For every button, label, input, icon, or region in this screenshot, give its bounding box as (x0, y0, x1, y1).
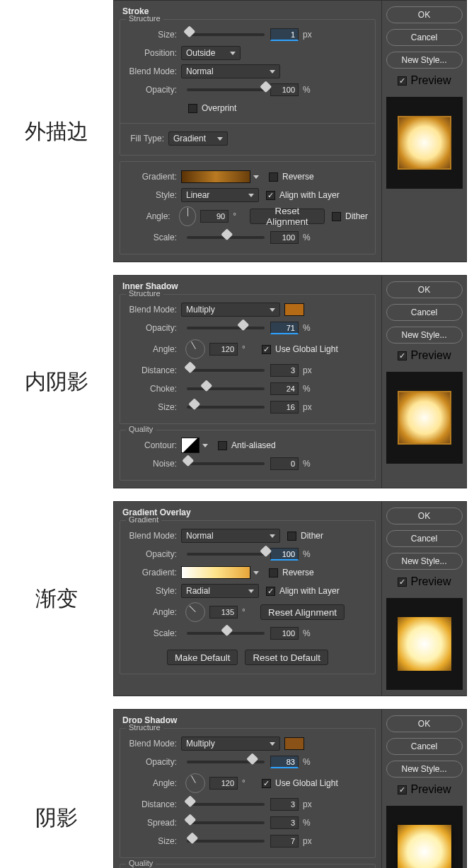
blend-mode-select[interactable]: Normal (181, 529, 280, 543)
global-light-check[interactable]: Use Global Light (262, 778, 338, 788)
fill-type-label: Fill Type: (127, 134, 168, 143)
ok-button[interactable]: OK (386, 508, 463, 524)
ok-button[interactable]: OK (386, 715, 463, 732)
new-style-button[interactable]: New Style... (386, 52, 463, 69)
cancel-button[interactable]: Cancel (386, 29, 463, 46)
blend-mode-select[interactable]: Normal (181, 64, 280, 78)
opacity-input[interactable] (270, 756, 299, 768)
angle-knob[interactable] (179, 206, 197, 226)
color-swatch[interactable] (284, 737, 304, 750)
new-style-button[interactable]: New Style... (386, 327, 463, 344)
size-slider[interactable] (187, 406, 265, 409)
noise-input[interactable] (270, 457, 299, 470)
blend-mode-select[interactable]: Multiply (181, 737, 280, 751)
distance-slider[interactable] (187, 369, 265, 372)
distance-input[interactable] (270, 364, 299, 377)
new-style-button[interactable]: New Style... (386, 761, 463, 778)
gradient-swatch[interactable] (181, 566, 250, 579)
panel-inner-shadow: Inner Shadow Structure Blend Mode: Multi… (113, 275, 382, 488)
opacity-input[interactable] (270, 322, 299, 334)
chevron-down-icon (248, 194, 254, 197)
color-swatch[interactable] (284, 303, 304, 316)
reset-alignment-button[interactable]: Reset Alignment (250, 209, 325, 224)
size-input[interactable] (270, 28, 299, 41)
noise-slider[interactable] (187, 462, 265, 465)
angle-input[interactable] (209, 343, 238, 356)
distance-slider[interactable] (187, 803, 265, 806)
ok-button[interactable]: OK (386, 6, 463, 23)
position-select[interactable]: Outside (181, 46, 241, 60)
panel-gradient-overlay: Gradient Overlay Gradient Blend Mode: No… (113, 501, 382, 696)
preview-thumbnail (398, 116, 451, 170)
cancel-button[interactable]: Cancel (386, 530, 463, 547)
size-input[interactable] (270, 401, 299, 414)
chevron-down-icon[interactable] (253, 175, 259, 179)
group-structure: Structure Blend Mode: Multiply Opacity: … (120, 294, 376, 424)
preview-check[interactable]: Preview (398, 575, 451, 588)
reset-to-default-button[interactable]: Reset to Default (245, 650, 328, 665)
cancel-button[interactable]: Cancel (386, 304, 463, 321)
fill-type-select[interactable]: Gradient (168, 131, 228, 146)
align-layer-check[interactable]: Align with Layer (266, 586, 340, 596)
ok-button[interactable]: OK (386, 281, 463, 298)
reverse-check[interactable]: Reverse (269, 568, 314, 577)
cancel-button[interactable]: Cancel (386, 738, 463, 755)
unit-pct: % (299, 323, 316, 333)
angle-knob[interactable] (185, 602, 205, 622)
opacity-slider[interactable] (187, 327, 265, 329)
choke-slider[interactable] (187, 387, 265, 390)
scale-input[interactable] (270, 627, 299, 640)
blend-mode-select[interactable]: Multiply (181, 303, 280, 317)
global-light-check[interactable]: Use Global Light (262, 344, 338, 354)
preview-check[interactable]: Preview (398, 74, 451, 87)
scale-input[interactable] (270, 231, 299, 244)
angle-input[interactable] (209, 606, 238, 618)
opacity-input[interactable] (270, 83, 299, 96)
contour-swatch[interactable] (181, 438, 200, 453)
angle-knob[interactable] (185, 339, 205, 359)
angle-input[interactable] (200, 210, 229, 223)
preview-check[interactable]: Preview (398, 349, 451, 362)
reset-alignment-button[interactable]: Reset Alignment (260, 604, 345, 620)
size-slider[interactable] (187, 840, 265, 843)
style-label: Style: (127, 586, 181, 596)
choke-input[interactable] (270, 382, 299, 395)
preview-box (386, 598, 463, 690)
angle-input[interactable] (209, 777, 238, 790)
anti-aliased-check[interactable]: Anti-aliased (218, 440, 276, 450)
panel-drop-shadow: Drop Shadow Structure Blend Mode: Multip… (113, 709, 382, 868)
style-select[interactable]: Linear (181, 188, 259, 202)
make-default-button[interactable]: Make Default (167, 650, 238, 665)
distance-input[interactable] (270, 798, 299, 811)
style-select[interactable]: Radial (181, 584, 259, 598)
opacity-slider[interactable] (187, 553, 265, 556)
sidebar: OK Cancel New Style... Preview (382, 0, 467, 262)
opacity-slider[interactable] (187, 761, 265, 763)
size-slider[interactable] (187, 33, 265, 36)
opacity-slider[interactable] (187, 88, 265, 91)
scale-slider[interactable] (187, 632, 265, 635)
unit-deg: ° (229, 211, 244, 221)
angle-knob[interactable] (185, 773, 205, 793)
scale-slider[interactable] (187, 236, 265, 239)
spread-slider[interactable] (187, 821, 265, 824)
overprint-check[interactable]: Overprint (188, 103, 236, 113)
gradient-swatch[interactable] (181, 170, 250, 183)
sidebar: OK Cancel New Style... Preview (382, 501, 467, 696)
preview-thumbnail (398, 825, 451, 868)
spread-input[interactable] (270, 816, 299, 829)
dither-check[interactable]: Dither (287, 531, 323, 541)
size-input[interactable] (270, 835, 299, 848)
sidebar: OK Cancel New Style... Preview UiBQ.CoM (382, 709, 467, 868)
size-label: Size: (127, 402, 181, 412)
preview-check[interactable]: Preview (398, 783, 451, 796)
reverse-check[interactable]: Reverse (269, 172, 314, 182)
unit-pct: % (299, 85, 316, 95)
chevron-down-icon[interactable] (253, 571, 259, 575)
dither-check[interactable]: Dither (332, 211, 368, 221)
opacity-input[interactable] (270, 548, 299, 561)
chevron-down-icon[interactable] (202, 444, 208, 447)
unit-deg: ° (238, 607, 255, 617)
new-style-button[interactable]: New Style... (386, 553, 463, 570)
align-layer-check[interactable]: Align with Layer (266, 190, 340, 200)
